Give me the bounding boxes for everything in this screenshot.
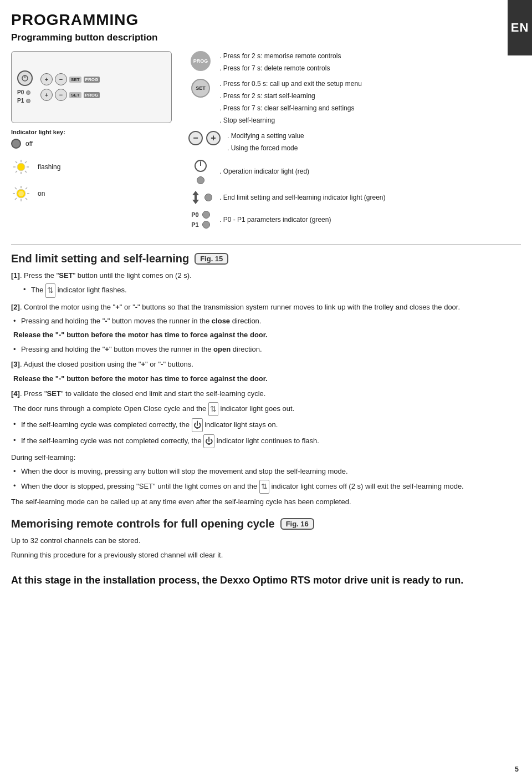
minus-plus-row: − + Modifying a setting value Using the … xyxy=(188,131,521,153)
light-off-icon xyxy=(11,139,21,149)
power-icon-col xyxy=(188,159,213,184)
set-circle-icon: SET xyxy=(191,79,210,98)
p0-led xyxy=(202,211,210,219)
indicator-flashing-label: flashing xyxy=(38,163,60,171)
flashing-sun-icon xyxy=(11,159,31,175)
step-2-text: . Control the motor using the "+" or "-"… xyxy=(20,303,460,311)
step-1-num: [1] xyxy=(11,271,20,280)
end-limit-heading: End limit setting and self-learning Fig.… xyxy=(11,252,521,265)
operation-light-label: Operation indicator light (red) xyxy=(219,166,309,176)
minus-icon: − xyxy=(188,131,203,145)
set-item-3: Stop self-learning xyxy=(219,115,362,125)
end-limit-section: End limit setting and self-learning Fig.… xyxy=(11,252,521,508)
memorising-body: Up to 32 control channels can be stored.… xyxy=(11,535,521,561)
minus-plus-text-col: Modifying a setting value Using the forc… xyxy=(227,131,304,153)
p0-label: P0 xyxy=(191,211,198,218)
memorising-section: Memorising remote controls for full open… xyxy=(11,518,521,561)
final-statement: At this stage in the installation proces… xyxy=(11,573,521,588)
during-label: During self-learning: xyxy=(11,452,521,463)
device-image: P0 P1 + − xyxy=(11,51,172,123)
arrow-text-col: End limit setting and self-learning indi… xyxy=(219,192,386,202)
minus-plus-icon-col: − + xyxy=(188,131,221,153)
arrow-icon-row: End limit setting and self-learning indi… xyxy=(188,190,521,205)
arrow-indicator-icon-3: ⇅ xyxy=(259,480,269,494)
plus-icon: + xyxy=(206,131,221,145)
arrow-indicator-icon-2: ⇅ xyxy=(208,402,218,416)
indicator-items: off xyxy=(11,139,183,202)
svg-point-12 xyxy=(18,191,24,196)
svg-line-18 xyxy=(25,198,27,200)
svg-rect-24 xyxy=(195,195,197,200)
prog-item-1: Press for 7 s: delete remote controls xyxy=(219,63,341,73)
svg-line-9 xyxy=(25,161,27,163)
top-section: P0 P1 + − xyxy=(11,51,521,234)
device-prog-badge2: PROG xyxy=(84,92,100,98)
step-4-num: [4] xyxy=(11,389,20,398)
during-stopped: When the door is stopped, pressing "SET"… xyxy=(11,480,521,494)
p1-label: P1 xyxy=(191,221,198,228)
p0p1-icon-col: P0 P1 xyxy=(188,211,213,229)
step-1-text: . Press the "SET" button until the light… xyxy=(20,271,192,280)
svg-line-10 xyxy=(16,171,17,173)
power-icon-row: Operation indicator light (red) xyxy=(188,159,521,184)
device-minus-btn-bot: − xyxy=(55,89,67,101)
device-power-button xyxy=(17,70,33,86)
arrow-icon-col xyxy=(188,190,213,205)
step-4-text: . Press "SET" to validate the closed end… xyxy=(20,389,266,398)
device-minus-btn-top: − xyxy=(55,73,67,85)
memorising-line-0: Up to 32 control channels can be stored. xyxy=(11,535,521,546)
divider-1 xyxy=(11,244,521,245)
step-3-text: . Adjust the closed position using the "… xyxy=(20,360,193,368)
arrow-led-row xyxy=(189,190,212,205)
device-plus-btn-top: + xyxy=(40,73,53,85)
step-2: [2]. Control the motor using the "+" or … xyxy=(11,301,521,313)
end-limit-fig-badge: Fig. 15 xyxy=(195,253,228,265)
page-title: PROGRAMMING xyxy=(11,11,521,29)
minus-plus-item-0: Modifying a setting value xyxy=(227,131,304,141)
prog-circle-icon: PROG xyxy=(191,51,211,71)
arrow-led xyxy=(204,194,212,201)
indicator-key: Indicator light key: off xyxy=(11,129,183,202)
end-limit-title: End limit setting and self-learning xyxy=(11,252,189,265)
p0p1-text-col: P0 - P1 parameters indicator (green) xyxy=(219,215,331,225)
power-indicator-icon-1: ⏻ xyxy=(192,418,203,432)
device-prog-badge1: PROG xyxy=(84,77,100,83)
indicator-on-label: on xyxy=(38,190,45,197)
step-2-sub3: Pressing and holding the "+" button move… xyxy=(11,343,521,355)
step-3-num: [3] xyxy=(11,360,20,368)
set-item-2: Press for 7 s: clear self-learning and s… xyxy=(219,103,362,113)
prog-text-col: Press for 2 s: memorise remote controls … xyxy=(219,51,341,73)
indicator-off-label: off xyxy=(25,140,33,148)
device-plus-btn-bot: + xyxy=(40,89,53,101)
step-2-sub2: Release the "-" button before the motor … xyxy=(11,329,521,341)
power-indicator-icon-2: ⏻ xyxy=(203,434,214,448)
arrow-indicator-icon-1: ⇅ xyxy=(45,283,55,297)
power-led xyxy=(197,176,204,184)
svg-marker-25 xyxy=(192,200,199,204)
p0p1-row: P0 P1 P0 - P1 parameters indicator (gree… xyxy=(188,211,521,229)
step-1: [1]. Press the "SET" button until the li… xyxy=(11,270,521,281)
indicator-off: off xyxy=(11,139,183,149)
device-controls: + − SET PROG + − SET PROG xyxy=(40,73,100,101)
indicator-key-label: Indicator light key: xyxy=(11,129,183,135)
page-number: 5 xyxy=(515,765,519,773)
step-4-sub: The door runs through a complete Open Cl… xyxy=(11,402,521,416)
updown-arrow-icon xyxy=(189,190,202,205)
prog-icon-col: PROG xyxy=(188,51,213,73)
self-learn-fail: If the self-learning cycle was not compl… xyxy=(11,434,521,448)
device-area: P0 P1 + − xyxy=(11,51,183,234)
page-subtitle: Programming button description xyxy=(11,32,521,43)
p1-led xyxy=(202,221,210,229)
step-3-sub: Release the "-" button before the motor … xyxy=(11,373,521,384)
minus-plus-icons: − + xyxy=(188,131,221,145)
indicator-on-icon-wrap xyxy=(11,185,33,202)
on-sun-icon xyxy=(11,185,31,202)
during-moving: When the door is moving, pressing any bu… xyxy=(11,465,521,477)
set-text-col: Press for 0.5 s: call up and exit the se… xyxy=(219,79,362,125)
device-p-labels: P0 P1 xyxy=(17,89,30,104)
step-2-num: [2] xyxy=(11,303,20,311)
p1-indicator: P1 xyxy=(191,221,209,229)
page-container: EN PROGRAMMING Programming button descri… xyxy=(0,0,532,781)
end-limit-light-label: End limit setting and self-learning indi… xyxy=(219,192,386,202)
device-set-badge2: SET xyxy=(69,92,81,98)
